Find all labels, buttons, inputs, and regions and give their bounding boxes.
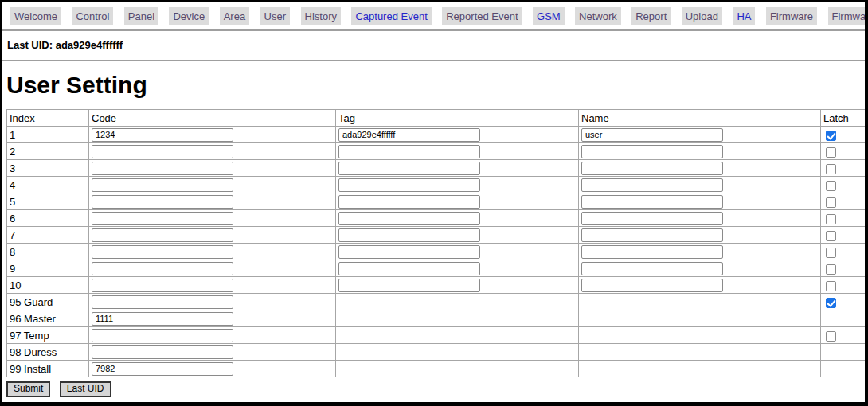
- latch-checkbox-1[interactable]: [826, 131, 836, 141]
- page-title: User Setting: [6, 72, 865, 99]
- latch-checkbox-10[interactable]: [826, 281, 836, 291]
- nav-link-gsm[interactable]: GSM: [537, 10, 561, 22]
- nav-link-history[interactable]: History: [305, 10, 337, 22]
- code-cell: [89, 310, 336, 327]
- table-row: 6: [7, 210, 866, 227]
- code-input-95[interactable]: [92, 295, 233, 309]
- latch-checkbox-6[interactable]: [826, 214, 836, 224]
- name-cell: [579, 327, 821, 344]
- nav-link-upload[interactable]: Upload: [686, 10, 718, 22]
- latch-cell: [821, 277, 866, 294]
- code-input-6[interactable]: [92, 212, 233, 225]
- code-cell: [89, 294, 336, 310]
- nav-item: Upload: [682, 7, 722, 25]
- name-input-2[interactable]: [581, 145, 723, 158]
- name-input-9[interactable]: [581, 262, 723, 275]
- nav-link-device[interactable]: Device: [173, 10, 205, 22]
- latch-cell: [821, 177, 866, 193]
- latch-checkbox-3[interactable]: [826, 164, 836, 174]
- name-input-1[interactable]: [581, 128, 723, 142]
- tag-input-10[interactable]: [338, 279, 480, 292]
- code-input-98[interactable]: [92, 345, 233, 359]
- tag-input-2[interactable]: [338, 145, 480, 158]
- nav-link-report[interactable]: Report: [635, 10, 667, 22]
- latch-checkbox-9[interactable]: [826, 264, 836, 275]
- code-input-8[interactable]: [92, 245, 233, 259]
- name-input-8[interactable]: [581, 245, 723, 259]
- tag-input-8[interactable]: [338, 245, 480, 259]
- table-row: 99 Install: [7, 361, 866, 377]
- code-input-99[interactable]: [92, 362, 233, 376]
- latch-checkbox-97[interactable]: [826, 331, 836, 342]
- tag-input-4[interactable]: [338, 178, 480, 192]
- nav-link-welcome[interactable]: Welcome: [14, 10, 57, 22]
- index-cell: 96 Master: [7, 310, 89, 327]
- index-cell: 3: [7, 160, 89, 177]
- name-cell: [579, 310, 821, 327]
- latch-checkbox-5[interactable]: [826, 197, 836, 208]
- index-cell: 9: [7, 260, 89, 277]
- nav-link-panel[interactable]: Panel: [128, 10, 154, 22]
- index-cell: 97 Temp: [7, 327, 89, 344]
- code-input-96[interactable]: [92, 312, 233, 326]
- tag-cell: [336, 260, 579, 277]
- nav-link-firmware-rf[interactable]: Firmware/RF: [832, 10, 868, 22]
- table-row: 96 Master: [7, 310, 866, 327]
- tag-input-1[interactable]: [338, 128, 480, 142]
- latch-checkbox-4[interactable]: [826, 181, 836, 191]
- nav-link-firmware[interactable]: Firmware: [770, 10, 813, 22]
- latch-checkbox-8[interactable]: [826, 248, 836, 258]
- code-input-5[interactable]: [92, 195, 233, 209]
- table-row: 10: [7, 277, 866, 294]
- latch-checkbox-2[interactable]: [826, 147, 836, 158]
- latch-cell: [821, 193, 866, 210]
- nav-item: GSM: [533, 7, 565, 25]
- table-row: 4: [7, 177, 866, 193]
- tag-input-3[interactable]: [338, 162, 480, 175]
- name-input-4[interactable]: [581, 178, 723, 192]
- latch-cell: [821, 210, 866, 227]
- submit-button[interactable]: Submit: [6, 381, 50, 397]
- tag-input-9[interactable]: [338, 262, 480, 275]
- nav-item: Captured Event: [351, 7, 431, 25]
- index-cell: 7: [7, 227, 89, 244]
- index-cell: 1: [7, 127, 89, 143]
- last-uid-button[interactable]: Last UID: [60, 381, 111, 397]
- latch-checkbox-95[interactable]: [826, 298, 836, 308]
- tag-input-6[interactable]: [338, 212, 480, 225]
- nav-link-network[interactable]: Network: [579, 10, 617, 22]
- nav-link-user[interactable]: User: [264, 10, 286, 22]
- tag-input-5[interactable]: [338, 195, 480, 209]
- code-input-1[interactable]: [92, 128, 233, 142]
- name-cell: [579, 294, 821, 310]
- table-row: 7: [7, 227, 866, 244]
- name-input-3[interactable]: [581, 162, 723, 175]
- name-input-5[interactable]: [581, 195, 723, 209]
- table-row: 97 Temp: [7, 327, 866, 344]
- code-input-97[interactable]: [92, 329, 233, 342]
- nav-link-ha[interactable]: HA: [737, 10, 751, 22]
- code-input-9[interactable]: [92, 262, 233, 275]
- latch-cell: [821, 260, 866, 277]
- code-input-10[interactable]: [92, 279, 233, 292]
- latch-checkbox-7[interactable]: [826, 231, 836, 241]
- index-cell: 95 Guard: [7, 294, 89, 310]
- page: Welcome Control Panel Device Area User H…: [0, 0, 868, 406]
- nav-item: Panel: [124, 7, 158, 25]
- code-input-7[interactable]: [92, 228, 233, 242]
- code-input-2[interactable]: [92, 145, 233, 158]
- nav-item: Welcome: [10, 7, 61, 25]
- latch-cell: [821, 127, 866, 143]
- nav-link-control[interactable]: Control: [76, 10, 109, 22]
- name-input-7[interactable]: [581, 228, 723, 242]
- nav-link-captured-event[interactable]: Captured Event: [355, 10, 427, 22]
- user-table: Index Code Tag Name Latch 1 2 3 4: [6, 109, 866, 377]
- nav-link-area[interactable]: Area: [224, 10, 245, 22]
- name-input-6[interactable]: [581, 212, 723, 225]
- tag-input-7[interactable]: [338, 228, 480, 242]
- nav-link-reported-event[interactable]: Reported Event: [446, 10, 518, 22]
- code-cell: [89, 127, 336, 143]
- code-input-4[interactable]: [92, 178, 233, 192]
- code-input-3[interactable]: [92, 162, 233, 175]
- name-input-10[interactable]: [581, 279, 723, 292]
